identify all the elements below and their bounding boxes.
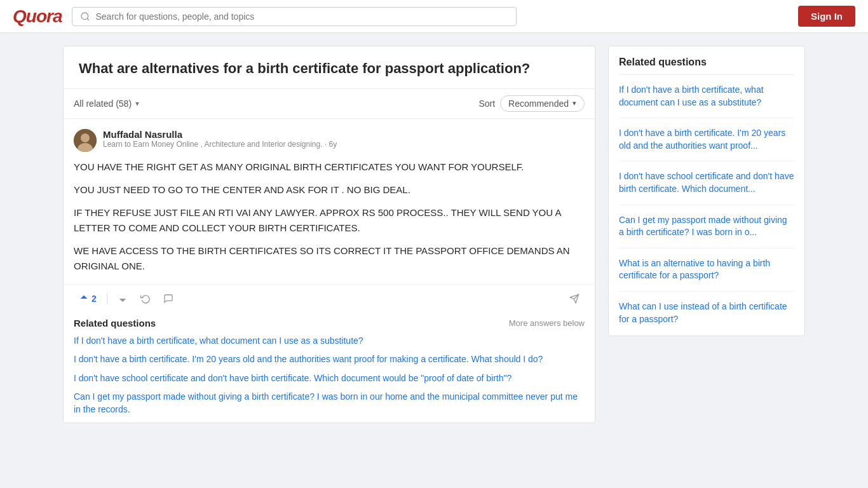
- sort-dropdown[interactable]: Recommended ▾: [500, 95, 585, 112]
- author-info: Muffadal Nasrulla Learn to Earn Money On…: [103, 129, 585, 149]
- sidebar-title: Related questions: [619, 57, 794, 75]
- related-inline-link[interactable]: If I don't have a birth certificate, wha…: [74, 335, 585, 348]
- sidebar-link[interactable]: Can I get my passport made without givin…: [619, 214, 794, 239]
- sidebar-link-item: If I don't have a birth certificate, wha…: [619, 84, 794, 118]
- question-title-section: What are alternatives for a birth certif…: [64, 46, 595, 89]
- related-inline-item: I don't have a birth certificate. I'm 20…: [74, 353, 585, 366]
- search-input[interactable]: [95, 11, 508, 22]
- downvote-button[interactable]: [112, 291, 133, 306]
- sidebar-link[interactable]: I don't have a birth certificate. I'm 20…: [619, 127, 794, 152]
- retry-icon: [140, 294, 151, 304]
- action-bar: 2: [64, 285, 595, 309]
- sidebar-card: Related questions If I don't have a birt…: [608, 46, 805, 336]
- author-name: Muffadal Nasrulla: [103, 129, 585, 140]
- related-inline-item: I don't have school certificate and don'…: [74, 372, 585, 385]
- downvote-icon: [118, 294, 128, 304]
- sidebar: Related questions If I don't have a birt…: [608, 46, 805, 336]
- answer-author: Muffadal Nasrulla Learn to Earn Money On…: [74, 129, 585, 152]
- related-inline-link[interactable]: Can I get my passport made without givin…: [74, 391, 585, 416]
- all-related-chevron-icon: ▾: [135, 99, 139, 108]
- answer-body: YOU HAVE THE RIGHT GET AS MANY ORIGINAL …: [74, 159, 585, 274]
- sidebar-links: If I don't have a birth certificate, wha…: [619, 84, 794, 325]
- upvote-icon: [79, 294, 89, 304]
- comment-button[interactable]: [158, 291, 179, 306]
- answers-header: All related (58) ▾ Sort Recommended ▾: [64, 89, 595, 119]
- sort-label: Sort: [478, 98, 495, 109]
- retry-button[interactable]: [135, 291, 156, 306]
- sidebar-link-item: What can I use instead of a birth certif…: [619, 301, 794, 325]
- answer-paragraph: YOU HAVE THE RIGHT GET AS MANY ORIGINAL …: [74, 159, 585, 175]
- vote-divider: [107, 293, 107, 304]
- related-inline-link[interactable]: I don't have school certificate and don'…: [74, 372, 585, 385]
- header: Quora Sign In: [0, 0, 868, 33]
- sign-in-button[interactable]: Sign In: [798, 6, 855, 27]
- upvote-button[interactable]: 2: [74, 291, 102, 306]
- question-title: What are alternatives for a birth certif…: [79, 59, 580, 78]
- related-inline-header: Related questions More answers below: [74, 318, 585, 329]
- search-bar[interactable]: [72, 7, 517, 26]
- related-inline-list: If I don't have a birth certificate, wha…: [74, 335, 585, 416]
- sidebar-link[interactable]: I don't have school certificate and don'…: [619, 170, 794, 195]
- sort-chevron-icon: ▾: [573, 99, 576, 107]
- related-inline-link[interactable]: I don't have a birth certificate. I'm 20…: [74, 353, 585, 366]
- avatar-image: [74, 129, 97, 152]
- upvote-count: 2: [92, 294, 97, 304]
- svg-point-0: [81, 13, 88, 20]
- comment-icon: [163, 294, 173, 304]
- svg-line-1: [88, 18, 90, 20]
- sidebar-link-item: What is an alternative to having a birth…: [619, 257, 794, 292]
- sort-value: Recommended: [508, 98, 569, 109]
- share-icon: [569, 294, 580, 304]
- main-content: What are alternatives for a birth certif…: [63, 46, 595, 423]
- answer-paragraph: IF THEY REFUSE JUST FILE AN RTI VAI ANY …: [74, 205, 585, 236]
- sort-section: Sort Recommended ▾: [478, 95, 585, 112]
- more-answers-label: More answers below: [509, 318, 585, 328]
- search-icon: [80, 11, 90, 22]
- related-inline: Related questions More answers below If …: [64, 309, 595, 416]
- header-right: Sign In: [798, 6, 855, 27]
- answer-paragraph: YOU JUST NEED TO GO TO THE CENTER AND AS…: [74, 182, 585, 198]
- author-meta: Learn to Earn Money Online , Architectur…: [103, 140, 585, 149]
- all-related-label: All related (58): [74, 98, 132, 109]
- sidebar-link-item: Can I get my passport made without givin…: [619, 214, 794, 248]
- related-inline-item: If I don't have a birth certificate, wha…: [74, 335, 585, 348]
- sidebar-link[interactable]: What is an alternative to having a birth…: [619, 257, 794, 282]
- question-card: What are alternatives for a birth certif…: [63, 46, 595, 423]
- answer-paragraph: WE HAVE ACCESS TO THE BIRTH CERTIFICATES…: [74, 243, 585, 274]
- sidebar-link-item: I don't have school certificate and don'…: [619, 170, 794, 205]
- answer-section: Muffadal Nasrulla Learn to Earn Money On…: [64, 119, 595, 285]
- sidebar-link[interactable]: What can I use instead of a birth certif…: [619, 301, 794, 325]
- sidebar-link-item: I don't have a birth certificate. I'm 20…: [619, 127, 794, 161]
- share-button[interactable]: [564, 291, 585, 306]
- sidebar-link[interactable]: If I don't have a birth certificate, wha…: [619, 84, 794, 109]
- all-related-toggle[interactable]: All related (58) ▾: [74, 98, 139, 109]
- page-container: What are alternatives for a birth certif…: [53, 33, 815, 436]
- related-inline-title: Related questions: [74, 318, 156, 329]
- svg-point-3: [81, 133, 90, 142]
- quora-logo: Quora: [13, 6, 62, 27]
- related-inline-item: Can I get my passport made without givin…: [74, 391, 585, 416]
- avatar: [74, 129, 97, 152]
